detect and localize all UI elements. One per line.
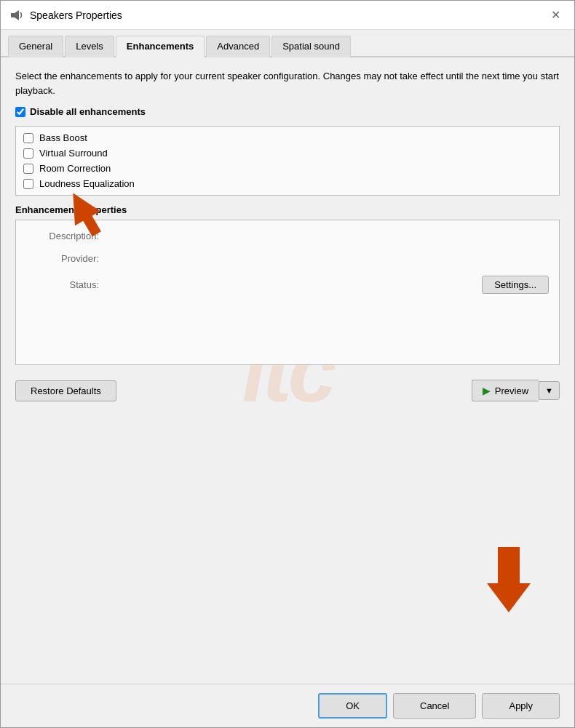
room-correction-checkbox[interactable] bbox=[23, 164, 33, 174]
status-row: Status: Settings... bbox=[26, 276, 549, 294]
preview-dropdown-button[interactable]: ▼ bbox=[539, 381, 560, 400]
settings-button[interactable]: Settings... bbox=[482, 276, 549, 294]
loudness-eq-label: Loudness Equalization bbox=[39, 178, 135, 189]
apply-button[interactable]: Apply bbox=[482, 693, 560, 719]
bass-boost-label: Bass Boost bbox=[39, 132, 87, 143]
enhancement-room-correction: Room Correction bbox=[23, 163, 552, 174]
svg-marker-1 bbox=[15, 10, 19, 20]
provider-row: Provider: bbox=[26, 253, 549, 264]
title-bar-left: Speakers Properties bbox=[9, 8, 122, 23]
cancel-button[interactable]: Cancel bbox=[393, 693, 476, 719]
preview-button[interactable]: ▶ Preview bbox=[472, 380, 539, 401]
title-bar: Speakers Properties ✕ bbox=[1, 1, 574, 30]
enhancements-list: Bass Boost Virtual Surround Room Correct… bbox=[15, 126, 560, 196]
enhancement-virtual-surround: Virtual Surround bbox=[23, 148, 552, 159]
loudness-eq-checkbox[interactable] bbox=[23, 179, 33, 189]
preview-label: Preview bbox=[495, 385, 528, 396]
svg-marker-4 bbox=[487, 547, 531, 612]
enhancement-bass-boost: Bass Boost bbox=[23, 132, 552, 143]
down-arrow-annotation bbox=[487, 547, 531, 615]
tab-levels[interactable]: Levels bbox=[65, 36, 114, 57]
bottom-buttons-row: Restore Defaults ▶ Preview ▼ bbox=[15, 374, 560, 407]
bass-boost-checkbox[interactable] bbox=[23, 133, 33, 143]
play-icon: ▶ bbox=[483, 385, 491, 396]
content-area: itc Select the enhancements to apply for… bbox=[1, 57, 574, 684]
properties-section: Enhancement Properties Description: Prov… bbox=[15, 204, 560, 365]
action-bar: OK Cancel Apply bbox=[1, 684, 574, 727]
description-row: Description: bbox=[26, 231, 549, 241]
description-label: Description: bbox=[26, 231, 99, 241]
enhancement-loudness-eq: Loudness Equalization bbox=[23, 178, 552, 189]
disable-all-row: Disable all enhancements bbox=[15, 106, 560, 117]
properties-box: Description: Provider: Status: Settings.… bbox=[15, 220, 560, 365]
window-title: Speakers Properties bbox=[30, 9, 122, 21]
room-correction-label: Room Correction bbox=[39, 163, 111, 174]
disable-all-label: Disable all enhancements bbox=[30, 106, 146, 117]
ok-button[interactable]: OK bbox=[318, 693, 387, 719]
tab-spatial-sound[interactable]: Spatial sound bbox=[271, 36, 351, 57]
provider-label: Provider: bbox=[26, 253, 99, 264]
tab-advanced[interactable]: Advanced bbox=[206, 36, 270, 57]
svg-rect-0 bbox=[11, 13, 15, 17]
description-text: Select the enhancements to apply for you… bbox=[15, 69, 560, 97]
tabs-bar: General Levels Enhancements Advanced Spa… bbox=[1, 30, 574, 57]
restore-defaults-button[interactable]: Restore Defaults bbox=[15, 380, 116, 401]
tab-general[interactable]: General bbox=[8, 36, 63, 57]
disable-all-checkbox[interactable] bbox=[15, 107, 25, 117]
properties-title: Enhancement Properties bbox=[15, 204, 560, 215]
tab-enhancements[interactable]: Enhancements bbox=[116, 36, 205, 57]
preview-group: ▶ Preview ▼ bbox=[472, 380, 560, 401]
speaker-icon bbox=[9, 8, 24, 23]
speakers-properties-dialog: Speakers Properties ✕ General Levels Enh… bbox=[0, 0, 575, 728]
status-label: Status: bbox=[26, 279, 99, 290]
close-button[interactable]: ✕ bbox=[545, 5, 566, 25]
virtual-surround-label: Virtual Surround bbox=[39, 148, 108, 159]
virtual-surround-checkbox[interactable] bbox=[23, 148, 33, 159]
